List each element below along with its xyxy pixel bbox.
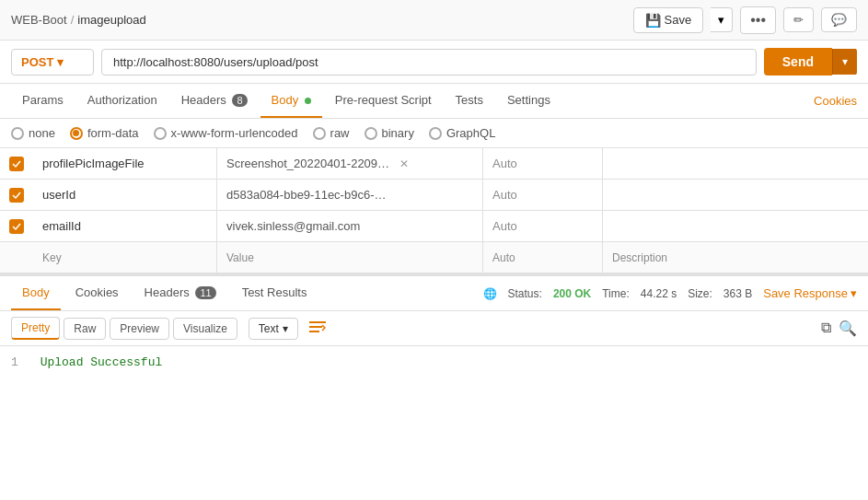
time-label: Time:: [602, 287, 630, 300]
radio-graphql-circle: [429, 127, 442, 140]
radio-raw[interactable]: raw: [313, 126, 350, 140]
send-label: Send: [782, 54, 814, 69]
row2-auto: Auto: [492, 188, 517, 202]
wrap-button[interactable]: [309, 320, 326, 336]
comment-button[interactable]: 💬: [821, 7, 857, 32]
row3-auto: Auto: [492, 219, 517, 233]
header-value-col: Value: [217, 242, 483, 273]
row1-auto: Auto: [492, 157, 517, 170]
row2-key: userId: [42, 188, 75, 202]
res-tab-headers[interactable]: Headers 11: [133, 276, 227, 310]
size-value: 363 B: [723, 287, 752, 300]
row1-checkbox[interactable]: [9, 157, 24, 171]
request-tabs-row: Params Authorization Headers 8 Body Pre-…: [0, 84, 868, 119]
preview-button[interactable]: Preview: [110, 318, 169, 340]
row2-checkbox[interactable]: [9, 188, 24, 203]
header-desc-label: Description: [612, 251, 667, 264]
radio-raw-circle: [313, 127, 326, 140]
row3-check-col: [0, 211, 33, 241]
form-data-table: profilePicImageFile Screenshot_20220401-…: [0, 148, 868, 273]
send-main-button[interactable]: Send: [764, 48, 832, 76]
response-content: Upload Successful: [41, 355, 163, 369]
radio-form-data[interactable]: form-data: [70, 126, 139, 140]
tab-body[interactable]: Body: [260, 84, 322, 118]
table-row: userId d583a084-bbe9-11ec-b9c6-6b88... A…: [0, 180, 868, 211]
row3-value: vivek.sinless@gmail.com: [226, 219, 360, 233]
edit-icon: ✏: [793, 13, 804, 27]
header-auto-label: Auto: [492, 251, 515, 264]
search-button[interactable]: 🔍: [839, 320, 857, 337]
method-dropdown-icon: ▾: [57, 55, 64, 69]
radio-none-circle: [11, 127, 24, 140]
text-type-dropdown-icon: ▾: [283, 322, 288, 335]
url-input[interactable]: [101, 49, 757, 76]
res-tab-cookies[interactable]: Cookies: [64, 276, 130, 310]
cookies-link[interactable]: Cookies: [814, 94, 857, 108]
row3-value-col: vivek.sinless@gmail.com: [217, 211, 483, 241]
send-dropdown-button[interactable]: ▾: [832, 49, 857, 75]
response-body: 1 Upload Successful: [0, 346, 868, 378]
raw-button[interactable]: Raw: [64, 318, 106, 340]
check-icon: [12, 159, 21, 169]
tab-headers[interactable]: Headers 8: [170, 84, 259, 118]
header-auto-col: Auto: [483, 242, 603, 273]
row2-auto-col: Auto: [483, 180, 603, 210]
row3-key: emailId: [42, 219, 81, 233]
tab-tests[interactable]: Tests: [445, 84, 494, 118]
more-button[interactable]: •••: [740, 6, 776, 34]
save-button[interactable]: 💾 Save: [633, 7, 704, 33]
row3-auto-col: Auto: [483, 211, 603, 241]
save-dropdown-button[interactable]: ▾: [711, 7, 733, 32]
comment-icon: 💬: [831, 13, 847, 27]
pretty-button[interactable]: Pretty: [11, 317, 60, 340]
res-tab-cookies-label: Cookies: [75, 285, 119, 299]
radio-form-data-circle: [70, 127, 83, 140]
radio-urlencoded[interactable]: x-www-form-urlencoded: [154, 126, 298, 140]
status-value: 200 OK: [553, 287, 591, 300]
radio-binary[interactable]: binary: [365, 126, 414, 140]
header-key-col: Key: [33, 242, 217, 273]
row2-check-col: [0, 180, 33, 210]
row3-desc-col: [603, 211, 868, 241]
res-tab-body[interactable]: Body: [11, 276, 61, 310]
res-tab-headers-label: Headers: [145, 285, 190, 299]
tab-authorization[interactable]: Authorization: [76, 84, 168, 118]
save-response-dropdown-icon: ▾: [851, 286, 857, 300]
method-label: POST: [21, 55, 53, 69]
tab-pre-request[interactable]: Pre-request Script: [324, 84, 443, 118]
text-type-label: Text: [259, 322, 279, 335]
row1-auto-col: Auto: [483, 148, 603, 179]
row1-remove-button[interactable]: ✕: [399, 157, 409, 170]
globe-icon: 🌐: [483, 287, 497, 300]
save-response-button[interactable]: Save Response ▾: [763, 286, 857, 300]
radio-none[interactable]: none: [11, 126, 55, 140]
preview-label: Preview: [120, 322, 159, 335]
radio-form-data-label: form-data: [87, 126, 139, 140]
row2-desc-col: [603, 180, 868, 210]
res-tab-test-results[interactable]: Test Results: [231, 276, 318, 310]
check-icon: [12, 222, 21, 231]
method-select[interactable]: POST ▾: [11, 49, 94, 76]
table-row: emailId vivek.sinless@gmail.com Auto: [0, 211, 868, 242]
top-bar-actions: 💾 Save ▾ ••• ✏ 💬: [633, 6, 857, 34]
row2-key-col: userId: [33, 180, 217, 210]
text-type-select[interactable]: Text ▾: [249, 318, 298, 340]
body-type-row: none form-data x-www-form-urlencoded raw…: [0, 119, 868, 148]
visualize-button[interactable]: Visualize: [173, 318, 237, 340]
response-tabs-row: Body Cookies Headers 11 Test Results 🌐 S…: [0, 276, 868, 311]
tab-params[interactable]: Params: [11, 84, 75, 118]
svg-rect-0: [309, 321, 326, 323]
time-value: 44.22 s: [641, 287, 677, 300]
res-tab-test-results-label: Test Results: [242, 285, 307, 299]
table-row: profilePicImageFile Screenshot_20220401-…: [0, 148, 868, 180]
status-area: 🌐 Status: 200 OK Time: 44.22 s Size: 363…: [483, 286, 857, 300]
tab-settings[interactable]: Settings: [496, 84, 561, 118]
body-dot: [305, 98, 311, 104]
copy-button[interactable]: ⧉: [821, 320, 831, 337]
breadcrumb: WEB-Boot / imageupload: [11, 13, 633, 27]
row1-key: profilePicImageFile: [42, 157, 145, 170]
header-check-col: [0, 242, 33, 273]
radio-graphql[interactable]: GraphQL: [429, 126, 495, 140]
row3-checkbox[interactable]: [9, 219, 24, 234]
edit-button[interactable]: ✏: [783, 7, 814, 32]
